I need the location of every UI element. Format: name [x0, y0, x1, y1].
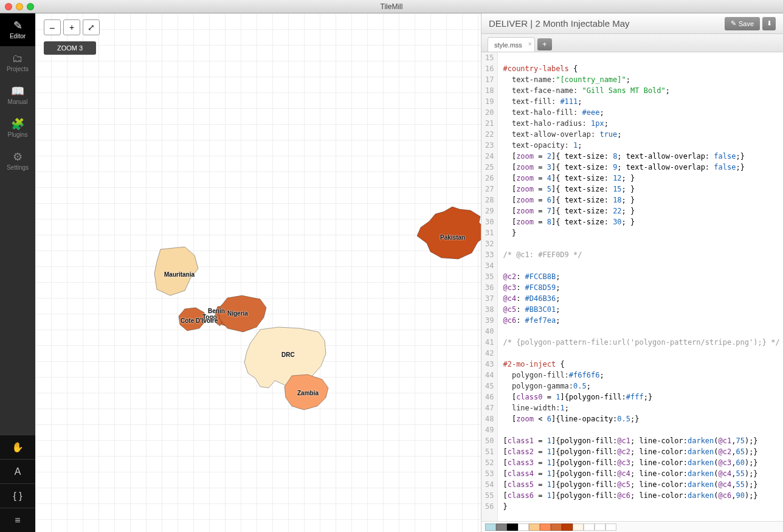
window-title: TileMill [0, 2, 783, 11]
zoom-window-icon[interactable] [27, 3, 34, 10]
manual-icon: 📖 [11, 86, 24, 97]
settings-icon: ⚙ [13, 151, 22, 162]
zoom-out-button[interactable]: – [44, 19, 61, 35]
sidebar-item-projects[interactable]: 🗂Projects [0, 46, 35, 79]
country-shape-zambia[interactable] [285, 375, 328, 410]
zoom-level-label: ZOOM 3 [44, 41, 96, 55]
plugins-icon: 🧩 [11, 119, 24, 130]
save-button[interactable]: ✎ Save [725, 17, 760, 30]
minimize-icon[interactable] [16, 3, 23, 10]
swatch[interactable] [485, 523, 496, 531]
close-tab-icon[interactable]: × [528, 40, 531, 47]
zoom-in-button[interactable]: + [63, 19, 80, 35]
sidebar-item-plugins[interactable]: 🧩Plugins [0, 112, 35, 145]
export-button[interactable]: ⬇ [762, 17, 776, 30]
tool-button-2[interactable]: { } [0, 483, 35, 508]
sidebar-item-settings[interactable]: ⚙Settings [0, 145, 35, 178]
swatch[interactable] [507, 523, 518, 531]
download-icon: ⬇ [767, 19, 772, 27]
projects-icon: 🗂 [12, 53, 23, 64]
pencil-icon: ✎ [731, 19, 736, 27]
sidebar-item-label: Manual [8, 98, 28, 105]
swatch[interactable] [496, 523, 507, 531]
editor-pane: DELIVER | 2 Month Injectable May ✎ Save … [481, 13, 783, 532]
zoom-full-button[interactable]: ⤢ [83, 19, 100, 35]
add-tab-button[interactable]: + [537, 38, 552, 50]
sidebar-item-editor[interactable]: ✎Editor [0, 13, 35, 46]
swatch[interactable] [540, 523, 551, 531]
country-shape-pakistan[interactable] [417, 207, 481, 259]
sidebar-item-label: Editor [10, 33, 26, 40]
map-canvas[interactable]: – + ⤢ ZOOM 3 PakistanMauritaniaBeninTogo… [35, 13, 481, 532]
tool-button-1[interactable]: A [0, 459, 35, 483]
color-swatches [481, 521, 783, 532]
swatch[interactable] [605, 523, 616, 531]
tool-button-3[interactable]: ≡ [0, 508, 35, 532]
country-shape-civ[interactable] [179, 308, 205, 331]
tab-style-mss[interactable]: style.mss × [488, 37, 535, 52]
sidebar-item-label: Plugins [8, 131, 28, 138]
sidebar: ✎Editor🗂Projects📖Manual🧩Plugins⚙Settings… [0, 13, 35, 532]
swatch[interactable] [551, 523, 562, 531]
swatch[interactable] [518, 523, 529, 531]
tool-button-0[interactable]: ✋ [0, 435, 35, 459]
sidebar-item-manual[interactable]: 📖Manual [0, 79, 35, 112]
swatch[interactable] [529, 523, 540, 531]
swatch[interactable] [595, 523, 605, 531]
sidebar-item-label: Projects [7, 66, 29, 72]
swatch[interactable] [584, 523, 595, 531]
code-editor[interactable]: 15 16 17 18 19 20 21 22 23 24 25 26 27 2… [481, 52, 783, 521]
country-shape-mauritania[interactable] [154, 247, 198, 295]
swatch[interactable] [573, 523, 584, 531]
editor-icon: ✎ [13, 20, 22, 31]
close-icon[interactable] [5, 3, 12, 10]
country-shape-nigeria[interactable] [218, 295, 266, 332]
project-title: DELIVER | 2 Month Injectable May [489, 18, 725, 29]
titlebar: TileMill [0, 0, 783, 13]
sidebar-item-label: Settings [7, 164, 29, 171]
swatch[interactable] [562, 523, 573, 531]
